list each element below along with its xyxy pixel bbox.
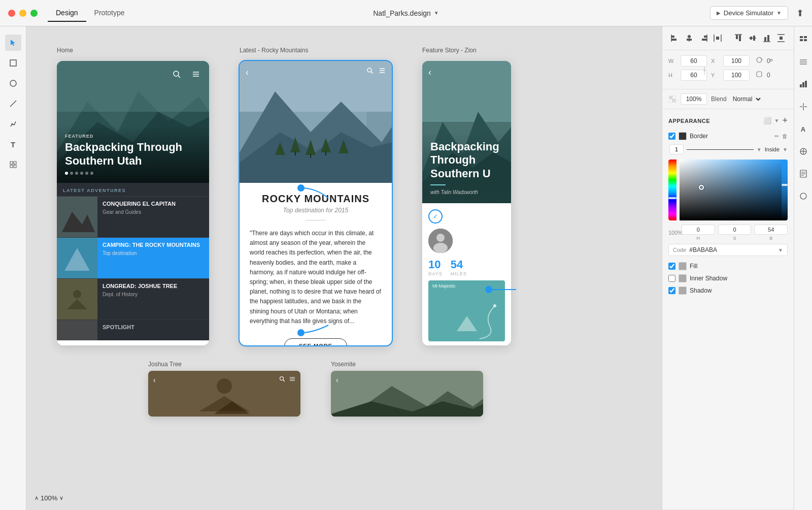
- dot-2[interactable]: [70, 172, 73, 175]
- menu-icon[interactable]: [189, 67, 203, 81]
- border-delete-icon[interactable]: 🗑: [782, 133, 788, 139]
- distribute-v-button[interactable]: [774, 31, 788, 45]
- circle-tool-icon[interactable]: [796, 189, 810, 203]
- phone4-frame[interactable]: ‹: [148, 371, 300, 417]
- list-item-2[interactable]: CAMPING: THE ROCKY MOUNTAINS Top destina…: [57, 237, 209, 278]
- appearance-dropdown-icon[interactable]: ▼: [774, 118, 780, 123]
- phone4-back-icon[interactable]: ‹: [153, 376, 156, 384]
- export-button[interactable]: ⬆: [796, 8, 804, 19]
- phone-rocky-mountains[interactable]: ‹ ROCKY MOUNTAINS Top destination for 20…: [240, 61, 392, 345]
- device-simulator-button[interactable]: ▶ Device Simulator ▼: [710, 6, 788, 20]
- phone2-subtitle: Top destination for 2015: [250, 207, 382, 214]
- x-input[interactable]: [723, 55, 750, 67]
- inner-shadow-color-swatch[interactable]: [679, 274, 687, 282]
- svg-rect-72: [704, 36, 707, 38]
- alpha-bar-vertical[interactable]: [782, 160, 788, 220]
- phone4-label: Joshua Tree: [148, 361, 300, 368]
- zoom-down-icon[interactable]: ∨: [59, 495, 63, 501]
- layers-icon[interactable]: [796, 55, 810, 69]
- width-input[interactable]: [681, 55, 707, 67]
- phone5-frame[interactable]: ‹: [331, 371, 483, 417]
- line-tool[interactable]: [5, 95, 21, 112]
- border-checkbox[interactable]: [668, 133, 675, 140]
- fill-color-swatch[interactable]: [679, 262, 687, 270]
- list-item-4[interactable]: SPOTLIGHT: [57, 320, 209, 340]
- phone3-back-button[interactable]: ‹: [428, 67, 431, 78]
- border-thickness-input[interactable]: [669, 144, 684, 154]
- dot-4[interactable]: [80, 172, 83, 175]
- border-align-expand-icon[interactable]: ▼: [783, 147, 788, 152]
- copy-appearance-icon[interactable]: ⬜: [763, 117, 771, 124]
- phone-feature-story[interactable]: ‹ Backpacking Through Southern U with Ta…: [422, 61, 511, 345]
- phone2-back-button[interactable]: ‹: [246, 67, 249, 78]
- height-y-row: H Y 0: [668, 70, 788, 81]
- phone-home[interactable]: FEATURED Backpacking Through Southern Ut…: [57, 61, 209, 345]
- zoom-up-icon[interactable]: ∧: [35, 495, 39, 501]
- minimize-button[interactable]: [19, 10, 26, 17]
- phone2-menu-icon[interactable]: [379, 67, 386, 76]
- list-item-1[interactable]: CONQUERING EL CAPITAN Gear and Guides: [57, 196, 209, 237]
- s-input[interactable]: [718, 225, 752, 235]
- phone5-back-icon[interactable]: ‹: [336, 376, 339, 384]
- shadow-color-swatch[interactable]: [679, 286, 687, 295]
- align-bottom-button[interactable]: [760, 31, 773, 45]
- align-left-button[interactable]: [668, 31, 682, 45]
- b-input[interactable]: [754, 225, 788, 235]
- search-icon[interactable]: [170, 67, 184, 81]
- divider-v-icon[interactable]: [796, 100, 810, 114]
- title-dropdown-arrow[interactable]: ▼: [434, 10, 439, 16]
- doc-icon[interactable]: [796, 167, 810, 181]
- align-center-v-button[interactable]: [683, 31, 696, 45]
- align-middle-h-button[interactable]: [746, 31, 759, 45]
- align-top-button[interactable]: [732, 31, 745, 45]
- dot-1[interactable]: [65, 172, 68, 175]
- distribute-h-button[interactable]: [711, 31, 724, 45]
- phone3-author: with Talin Wadsworth: [430, 189, 503, 195]
- phone2-see-more-button[interactable]: SEE MORE: [284, 338, 347, 345]
- y-input[interactable]: [723, 70, 750, 81]
- phone2-search-icon[interactable]: [366, 67, 374, 76]
- blend-mode-select[interactable]: Normal Multiply Screen Overlay: [731, 95, 762, 103]
- dropdown-arrow-icon[interactable]: ▼: [776, 10, 782, 16]
- symbol-library-icon[interactable]: [796, 144, 810, 158]
- tab-prototype[interactable]: Prototype: [86, 5, 133, 22]
- oval-tool[interactable]: [5, 75, 21, 91]
- close-button[interactable]: [8, 10, 15, 17]
- text-tool[interactable]: T: [5, 136, 21, 152]
- phone4-bg: [148, 371, 300, 417]
- dot-3[interactable]: [75, 172, 78, 175]
- inner-shadow-checkbox[interactable]: [668, 275, 675, 282]
- phone4-menu-icon[interactable]: [289, 376, 295, 382]
- color-code-dropdown-icon[interactable]: ▼: [778, 247, 783, 253]
- svg-point-58: [280, 377, 284, 380]
- hue-bar-vertical[interactable]: [668, 160, 676, 220]
- select-tool[interactable]: [5, 35, 21, 51]
- tab-design[interactable]: Design: [48, 5, 86, 22]
- fill-checkbox[interactable]: [668, 263, 675, 270]
- align-right-button[interactable]: [697, 31, 710, 45]
- shadow-checkbox[interactable]: [668, 287, 675, 294]
- text-format-icon[interactable]: A: [796, 122, 810, 136]
- lock-aspect-icon[interactable]: [702, 66, 707, 78]
- rectangle-tool[interactable]: [5, 55, 21, 71]
- maximize-button[interactable]: [30, 10, 38, 17]
- h-input[interactable]: [682, 225, 715, 235]
- canvas-area[interactable]: Home Latest - Rocky Mountains Feature St…: [26, 26, 662, 510]
- opacity-input[interactable]: [681, 93, 707, 105]
- dot-6[interactable]: [90, 172, 93, 175]
- phone5-label: Yosemite: [331, 361, 483, 368]
- border-edit-icon[interactable]: ✏: [774, 133, 779, 140]
- hex-input[interactable]: [689, 246, 775, 253]
- border-color-swatch[interactable]: [679, 132, 687, 140]
- list-item-3[interactable]: LONGREAD: JOSHUE TREE Dept. of History: [57, 278, 209, 320]
- main-gradient: [680, 160, 788, 220]
- inspector-icon[interactable]: [796, 33, 810, 47]
- dot-5[interactable]: [85, 172, 88, 175]
- chart-icon[interactable]: [796, 77, 810, 91]
- phone4-search-icon[interactable]: [279, 376, 285, 382]
- symbol-tool[interactable]: [5, 156, 21, 173]
- add-appearance-button[interactable]: +: [782, 115, 788, 126]
- color-gradient-field[interactable]: [668, 160, 788, 220]
- svg-rect-85: [767, 35, 769, 41]
- pen-tool[interactable]: [5, 116, 21, 132]
